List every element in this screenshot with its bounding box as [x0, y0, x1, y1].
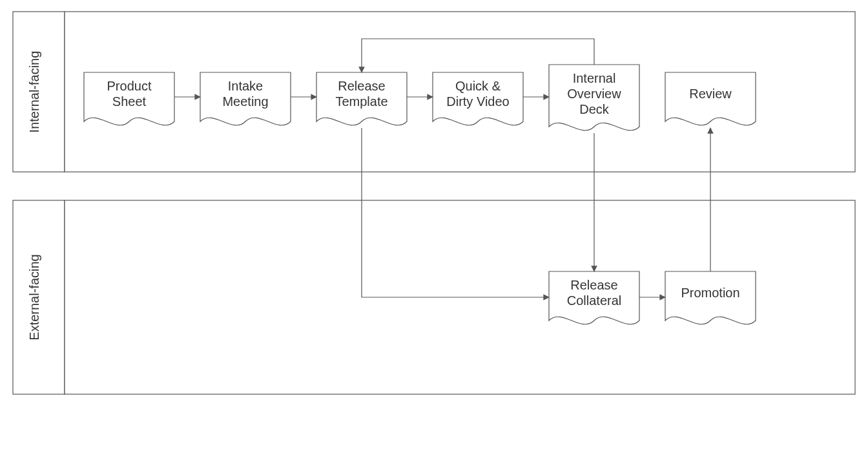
node-release-template-l1: Release: [338, 79, 385, 93]
node-quick-dirty: Quick & Dirty Video: [433, 72, 523, 125]
node-release-collateral-l2: Collateral: [567, 293, 621, 308]
node-overview-deck-l2: Overview: [567, 87, 621, 101]
node-promotion: Promotion: [665, 271, 756, 324]
node-product-sheet: Product Sheet: [84, 72, 174, 125]
node-intake-meeting-l2: Meeting: [222, 94, 268, 109]
node-product-sheet-l1: Product: [107, 79, 152, 93]
node-product-sheet-l2: Sheet: [112, 94, 147, 109]
node-review-l1: Review: [689, 87, 732, 101]
lane-internal-label: Internal-facing: [27, 51, 41, 133]
swimlane-diagram: Internal-facing External-facing Product …: [0, 0, 868, 453]
node-review: Review: [665, 72, 756, 125]
node-overview-deck-l1: Internal: [573, 71, 616, 85]
node-overview-deck: Internal Overview Deck: [549, 65, 639, 131]
node-quick-dirty-l1: Quick &: [455, 79, 501, 93]
node-release-collateral-l1: Release: [570, 278, 617, 292]
node-intake-meeting: Intake Meeting: [200, 72, 291, 125]
node-quick-dirty-l2: Dirty Video: [446, 94, 509, 109]
node-intake-meeting-l1: Intake: [228, 79, 263, 93]
node-release-collateral: Release Collateral: [549, 271, 639, 324]
node-promotion-l1: Promotion: [681, 286, 739, 300]
lane-external-label: External-facing: [27, 254, 41, 340]
node-release-template: Release Template: [316, 72, 407, 125]
node-release-template-l2: Template: [335, 94, 388, 109]
node-overview-deck-l3: Deck: [579, 102, 610, 116]
